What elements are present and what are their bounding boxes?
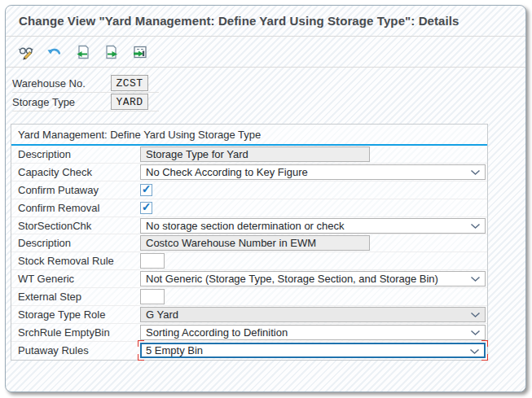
confirm-putaway-checkbox[interactable]: ✓ (140, 184, 152, 196)
undo-button[interactable] (46, 43, 64, 61)
chevron-down-icon (470, 276, 481, 282)
field-label: Capacity Check (18, 166, 140, 178)
description-readonly-field: Costco Warehouse Number in EWM (140, 235, 370, 251)
groupbox-title: Yard Management: Define Yard Using Stora… (11, 125, 487, 146)
srchrule-emptybin-select[interactable]: Sorting According to Definition (140, 325, 486, 340)
page-title: Change View "Yard Management: Define Yar… (19, 14, 459, 28)
application-toolbar (6, 37, 525, 68)
field-label: SrchRule EmptyBin (18, 326, 140, 339)
form-row-confirm-putaway: Confirm Putaway ✓ (11, 182, 487, 199)
chevron-down-icon (469, 348, 480, 355)
chevron-down-icon (470, 223, 481, 230)
form-row-stock-removal-rule: Stock Removal Rule (11, 252, 487, 270)
storage-type-role-select[interactable]: G Yard (140, 307, 486, 322)
chevron-down-icon (470, 169, 481, 176)
warehouse-no-field[interactable]: ZCST (111, 75, 148, 91)
form-row-wt-generic: WT Generic Not Generic (Storage Type, St… (11, 270, 487, 288)
form-row-storage-type-role: Storage Type Role G Yard (11, 306, 487, 324)
stock-removal-rule-input[interactable] (140, 253, 165, 269)
field-label: External Step (18, 291, 140, 303)
form-row-description-1: Description Storage Type for Yard (11, 146, 487, 164)
field-label: Description (18, 148, 140, 160)
content-area: Warehouse No. ZCST Storage Type YARD Yar… (6, 68, 525, 391)
form-row-external-step: External Step (11, 288, 487, 306)
storage-type-label: Storage Type (12, 96, 75, 108)
field-label: Description (18, 237, 140, 249)
field-label: Stock Removal Rule (18, 255, 140, 267)
other-entry-button[interactable] (131, 43, 149, 61)
form-row-confirm-removal: Confirm Removal ✓ (11, 199, 487, 217)
form-row-srchrule-emptybin: SrchRule EmptyBin Sorting According to D… (11, 324, 487, 342)
sap-window: Change View "Yard Management: Define Yar… (5, 5, 526, 392)
form-row-putaway-rules: Putaway Rules 5 Empty Bin (11, 342, 487, 360)
title-bar: Change View "Yard Management: Define Yar… (6, 6, 525, 37)
previous-entry-icon (75, 44, 91, 60)
next-entry-button[interactable] (103, 43, 121, 61)
yard-management-groupbox: Yard Management: Define Yard Using Stora… (11, 124, 488, 361)
field-label: WT Generic (18, 273, 140, 285)
form-row-capacity-check: Capacity Check No Check According to Key… (11, 164, 487, 182)
field-label: Confirm Putaway (18, 184, 140, 196)
checkmark-icon: ✓ (142, 183, 152, 195)
checkmark-icon: ✓ (142, 201, 152, 212)
warehouse-no-row: Warehouse No. ZCST (12, 74, 159, 93)
display-change-icon (18, 44, 35, 60)
form-row-storsectionchk: StorSectionChk No storage section determ… (11, 217, 487, 235)
wt-generic-select[interactable]: Not Generic (Storage Type, Storage Secti… (140, 271, 486, 286)
field-label: StorSectionChk (18, 220, 140, 232)
description-readonly-field: Storage Type for Yard (140, 147, 370, 162)
other-entry-icon (132, 44, 148, 60)
field-label: Confirm Removal (18, 202, 140, 214)
next-entry-icon (103, 44, 120, 60)
confirm-removal-checkbox[interactable]: ✓ (140, 202, 152, 214)
undo-icon (46, 44, 63, 60)
warehouse-no-label: Warehouse No. (12, 77, 86, 90)
storsectionchk-select[interactable]: No storage section determination or chec… (140, 218, 486, 234)
chevron-down-icon (470, 330, 481, 336)
external-step-input[interactable] (140, 289, 165, 304)
field-label: Putaway Rules (18, 344, 140, 356)
display-change-button[interactable] (17, 43, 35, 61)
previous-entry-button[interactable] (74, 43, 92, 61)
capacity-check-select[interactable]: No Check According to Key Figure (140, 164, 486, 180)
storage-type-row: Storage Type YARD (12, 93, 159, 112)
field-label: Storage Type Role (18, 308, 140, 321)
putaway-rules-select[interactable]: 5 Empty Bin (140, 343, 486, 358)
focused-field-wrapper: 5 Empty Bin (140, 343, 486, 358)
storage-type-field[interactable]: YARD (111, 94, 148, 110)
chevron-down-icon (470, 312, 481, 318)
form-row-description-2: Description Costco Warehouse Number in E… (11, 234, 487, 252)
